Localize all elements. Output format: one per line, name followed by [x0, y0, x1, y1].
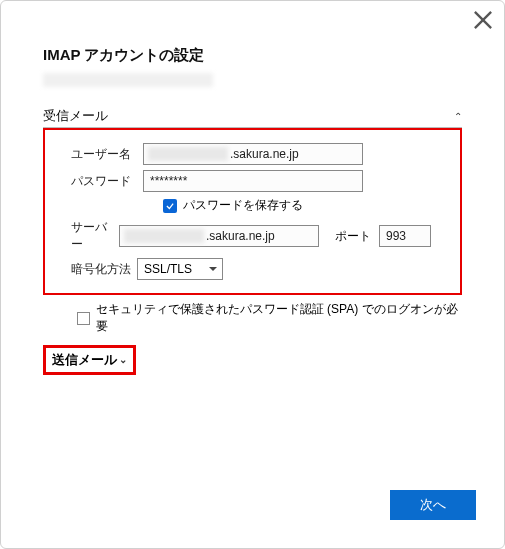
outgoing-mail-header[interactable]: 送信メール ⌄ — [43, 345, 136, 375]
save-password-checkbox[interactable] — [163, 199, 177, 213]
next-button[interactable]: 次へ — [390, 490, 476, 520]
chevron-up-icon: ⌃ — [454, 111, 462, 122]
incoming-mail-header[interactable]: 受信メール ⌃ — [43, 107, 462, 128]
spa-checkbox[interactable] — [77, 312, 90, 325]
password-input[interactable]: ******** — [143, 170, 363, 192]
incoming-settings-highlight: ユーザー名 .sakura.ne.jp パスワード ******** パスワード… — [43, 128, 462, 295]
outgoing-header-label: 送信メール — [52, 351, 117, 369]
imap-settings-dialog: IMAP アカウントの設定 受信メール ⌃ ユーザー名 .sakura.ne.j… — [0, 0, 505, 549]
port-label: ポート — [335, 228, 371, 245]
account-address-blurred — [43, 73, 213, 87]
password-label: パスワード — [53, 173, 137, 190]
server-label: サーバー — [53, 219, 113, 253]
save-password-label: パスワードを保存する — [183, 197, 303, 214]
username-label: ユーザー名 — [53, 146, 137, 163]
port-input[interactable]: 993 — [379, 225, 431, 247]
page-title: IMAP アカウントの設定 — [43, 46, 462, 65]
server-input[interactable]: .sakura.ne.jp — [119, 225, 319, 247]
chevron-down-icon: ⌄ — [119, 354, 127, 365]
encryption-label: 暗号化方法 — [53, 261, 131, 278]
encryption-select[interactable]: SSL/TLS — [137, 258, 223, 280]
username-input[interactable]: .sakura.ne.jp — [143, 143, 363, 165]
incoming-header-label: 受信メール — [43, 107, 108, 125]
close-icon[interactable] — [470, 7, 496, 33]
spa-label: セキュリティで保護されたパスワード認証 (SPA) でのログオンが必要 — [96, 301, 462, 335]
